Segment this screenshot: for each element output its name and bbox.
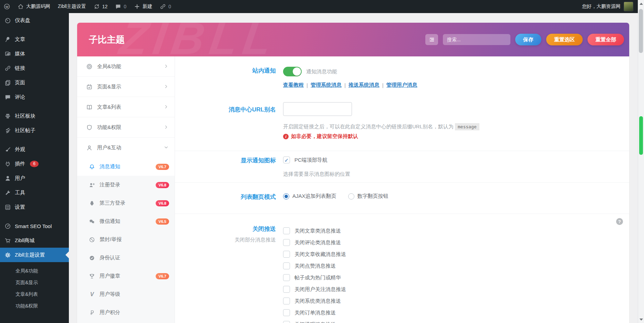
nav-group-label: 功能&权限	[97, 124, 121, 131]
push-checkbox[interactable]	[283, 274, 290, 281]
submenu-item-global[interactable]: 全局&功能	[0, 265, 69, 277]
theme-settings-submenu: 全局&功能 页面&显示 文章&列表 功能&权限	[0, 262, 69, 313]
chevron-right-icon	[164, 125, 168, 130]
wordpress-logo-menu[interactable]: W	[0, 0, 14, 13]
reset-all-button[interactable]: 重置全部	[588, 34, 624, 45]
url-alias-input[interactable]	[283, 102, 352, 116]
nav-item-user-points[interactable]: 用户积分	[77, 303, 175, 322]
admin-bar-comments[interactable]: 0	[111, 0, 130, 13]
nav-item-identity-verify[interactable]: 身份认证	[77, 249, 175, 267]
sidebar-item-label: 用户	[15, 175, 25, 182]
reset-selection-button[interactable]: 重置选区	[546, 34, 583, 45]
avatar[interactable]	[624, 2, 633, 11]
sidebar-item-label: 插件	[15, 161, 25, 167]
push-option-row: 关闭点赞消息推送	[283, 260, 629, 272]
checkbox-label: 关闭订单消息推送	[294, 310, 336, 316]
admin-bar: W 大鹏源码网 Zibll主题设置 12 0 新建 0 您好，大鹏资源网	[0, 0, 638, 13]
sidebar-item-tools[interactable]: 工具	[0, 185, 69, 200]
push-checkbox[interactable]	[283, 239, 290, 246]
link-view-tutorial[interactable]: 查看教程	[283, 82, 304, 88]
nav-group-global[interactable]: 全局&功能	[77, 56, 175, 77]
sidebar-item-users[interactable]: 用户	[0, 171, 69, 185]
admin-bar-account[interactable]: 您好，大鹏资源网	[582, 3, 621, 10]
checkbox-label: 关闭系统类消息推送	[294, 298, 341, 304]
checkbox-label: 关闭评论类消息推送	[294, 239, 341, 246]
sidebar-item-zibll-shop[interactable]: Zibll商城	[0, 233, 69, 248]
push-checkbox[interactable]	[283, 298, 290, 304]
nav-group-posts-lists[interactable]: 文章&列表	[77, 97, 175, 117]
submenu-item-features-permissions[interactable]: 功能&权限	[0, 300, 69, 312]
strokes-icon	[4, 127, 11, 134]
site-notify-toggle[interactable]	[283, 67, 302, 76]
push-checkbox[interactable]	[283, 321, 290, 323]
nav-group-features-permissions[interactable]: 功能&权限	[77, 117, 175, 138]
nav-item-message-notify[interactable]: 消息通知 V6.7	[77, 158, 175, 176]
nav-group-users-interaction[interactable]: 用户&互动	[77, 138, 175, 158]
sidebar-item-zibll-theme-settings[interactable]: Zibll主题设置	[0, 248, 69, 262]
sidebar-item-pages[interactable]: 页面	[0, 75, 69, 90]
admin-bar-links[interactable]: 0	[156, 0, 175, 13]
url-alias-desc: 开启固定链接之后，可以在此自定义消息中心的链接后缀URL别名，默认为	[283, 123, 454, 129]
search-input[interactable]	[443, 34, 510, 45]
push-checkbox[interactable]	[283, 262, 290, 269]
nav-item-ban-report[interactable]: 禁封/举报	[77, 230, 175, 249]
sidebar-item-smart-seo-tool[interactable]: Smart SEO Tool	[0, 219, 69, 233]
link-push-system-messages[interactable]: 推送系统消息	[349, 82, 380, 88]
panel-menu-button[interactable]	[425, 34, 438, 45]
ajax-paging-radio[interactable]	[283, 193, 289, 200]
home-icon	[18, 3, 24, 10]
link-manage-user-messages[interactable]: 管理用户消息	[386, 82, 417, 88]
numeric-paging-radio[interactable]	[348, 193, 354, 200]
sidebar-item-label: 设置	[15, 204, 25, 211]
admin-bar-updates[interactable]: 12	[90, 0, 112, 13]
row-label: 站内通知	[175, 67, 276, 88]
nav-item-user-levels[interactable]: V 用户等级	[77, 285, 175, 303]
nav-item-third-party-login[interactable]: 第三方登录 V6.8	[77, 194, 175, 212]
save-button[interactable]: 保存	[515, 34, 541, 45]
points-currency-icon	[89, 310, 95, 316]
sidebar-item-comments[interactable]: 评论	[0, 90, 69, 104]
sidebar-item-dashboard[interactable]: 仪表盘	[0, 13, 69, 28]
sidebar-item-label: 仪表盘	[15, 17, 30, 24]
scroll-down-arrow[interactable]	[638, 316, 644, 322]
scrollbar-thumb[interactable]	[639, 9, 643, 53]
nav-item-register-login[interactable]: 注册登录 V6.8	[77, 176, 175, 194]
nav-group-label: 全局&功能	[97, 63, 121, 70]
nav-item-wechat-notify[interactable]: 微信通知 V6.5	[77, 212, 175, 230]
submenu-item-pages-display[interactable]: 页面&显示	[0, 277, 69, 289]
theme-settings-label: Zibll主题设置	[58, 3, 86, 10]
sidebar-item-media[interactable]: 媒体	[0, 46, 69, 61]
chevron-right-icon	[164, 64, 168, 69]
pc-top-nav-checkbox[interactable]	[283, 157, 290, 163]
nav-group-pages-display[interactable]: 页面&显示	[77, 77, 175, 97]
sidebar-item-posts[interactable]: 文章	[0, 32, 69, 46]
sidebar-item-community-sections[interactable]: 社区板块	[0, 109, 69, 123]
push-checkbox[interactable]	[283, 227, 290, 234]
sidebar-item-plugins[interactable]: 插件 6	[0, 157, 69, 171]
row-label: 关闭推送 关闭部分消息推送	[175, 225, 276, 323]
help-question-icon[interactable]: ?	[616, 218, 623, 225]
sidebar-item-community-posts[interactable]: 社区帖子	[0, 123, 69, 138]
row-paging-mode: 列表翻页模式 AJAX追加列表翻页 数字翻页按钮	[175, 182, 629, 214]
sidebar-item-label: 页面	[15, 79, 25, 86]
link-manage-system-messages[interactable]: 管理系统消息	[311, 82, 342, 88]
admin-bar-new[interactable]: 新建	[130, 0, 156, 13]
push-checkbox[interactable]	[283, 286, 290, 293]
sidebar-item-label: 链接	[15, 65, 25, 72]
sidebar-item-links[interactable]: 链接	[0, 61, 69, 75]
admin-bar-site-link[interactable]: 大鹏源码网	[14, 0, 54, 13]
push-option-row: 关闭评论类消息推送	[283, 237, 629, 248]
push-checkbox[interactable]	[283, 309, 290, 316]
push-option-row: 关闭用户关注消息推送	[283, 283, 629, 295]
wp-admin-sidebar: 仪表盘 文章 媒体 链接 页面 评论 社区板块 社区帖子 外观 插件 6 用户	[0, 13, 69, 323]
sidebar-item-settings[interactable]: 设置	[0, 200, 69, 214]
nav-item-user-badges[interactable]: 用户徽章 V6.7	[77, 267, 175, 285]
admin-bar-theme-settings-link[interactable]: Zibll主题设置	[54, 0, 90, 13]
sidebar-item-appearance[interactable]: 外观	[0, 142, 69, 157]
submenu-item-posts-lists[interactable]: 文章&列表	[0, 289, 69, 300]
sidebar-item-label: 社区板块	[15, 113, 35, 119]
push-option-row: 关闭提现消息推送	[283, 319, 629, 323]
window-scrollbar[interactable]	[638, 0, 644, 323]
push-checkbox[interactable]	[283, 251, 290, 258]
scroll-up-arrow[interactable]	[638, 1, 644, 7]
